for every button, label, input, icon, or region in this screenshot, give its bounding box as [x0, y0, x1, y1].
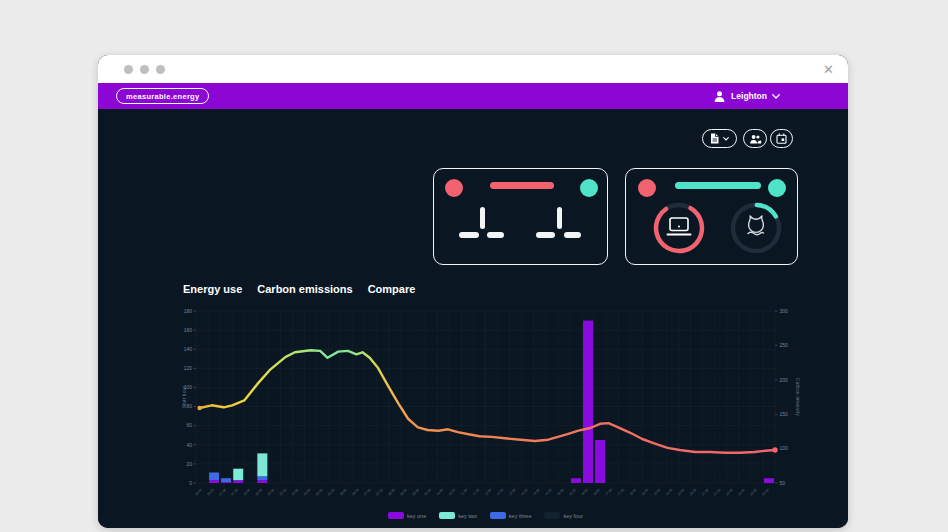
people-icon: [749, 134, 762, 144]
svg-text:15:30: 15:30: [568, 488, 577, 497]
legend-swatch: [388, 512, 404, 519]
svg-text:16:30: 16:30: [592, 488, 601, 497]
svg-text:04:30: 04:30: [303, 488, 312, 497]
calendar-button[interactable]: [770, 129, 793, 148]
svg-text:09:30: 09:30: [423, 488, 432, 497]
legend-item[interactable]: key three: [490, 512, 532, 519]
svg-text:13:00: 13:00: [508, 488, 517, 497]
dashboard-content: Energy use Carbon emissions Compare 0204…: [98, 109, 848, 528]
svg-text:80: 80: [186, 403, 192, 409]
svg-text:11:30: 11:30: [472, 488, 480, 496]
svg-text:250: 250: [780, 342, 789, 348]
svg-text:22:00: 22:00: [725, 488, 734, 497]
legend-label: key one: [407, 513, 426, 519]
tab-energy-use[interactable]: Energy use: [183, 283, 242, 295]
desktop-background: ✕ measurable.energy Leighton: [0, 0, 948, 532]
status-dot-teal: [580, 179, 598, 197]
svg-text:Watt hour: Watt hour: [182, 386, 187, 409]
skeleton-bar: [459, 232, 479, 238]
svg-text:21:30: 21:30: [713, 488, 722, 497]
svg-text:17:00: 17:00: [604, 488, 613, 497]
users-button[interactable]: [743, 129, 767, 148]
svg-text:04:00: 04:00: [291, 488, 300, 497]
legend-swatch: [439, 512, 455, 519]
tab-carbon-emissions[interactable]: Carbon emissions: [257, 283, 352, 295]
energy-gauge: [651, 200, 707, 256]
svg-text:14:30: 14:30: [544, 488, 553, 497]
svg-text:160: 160: [184, 327, 193, 333]
svg-text:12:30: 12:30: [496, 488, 505, 497]
summary-card-loading: [433, 168, 608, 265]
status-dot-teal: [768, 179, 786, 197]
legend-label: key three: [509, 513, 532, 519]
svg-text:00:00: 00:00: [194, 488, 203, 497]
skeleton-bar: [564, 232, 581, 238]
calendar-icon: [776, 133, 787, 144]
svg-text:300: 300: [780, 308, 789, 314]
svg-text:200: 200: [780, 377, 789, 383]
window-dot-icon[interactable]: [140, 65, 149, 74]
svg-text:19:30: 19:30: [665, 488, 674, 497]
energy-carbon-chart[interactable]: 0204060801001201401601805010015020025030…: [180, 303, 812, 528]
legend-swatch: [490, 512, 506, 519]
skeleton-bar: [536, 232, 555, 238]
close-icon[interactable]: ✕: [823, 63, 834, 76]
svg-text:15:00: 15:00: [556, 488, 565, 497]
user-name: Leighton: [731, 91, 767, 101]
svg-text:05:30: 05:30: [327, 488, 336, 497]
svg-text:06:00: 06:00: [339, 488, 348, 497]
svg-text:02:00: 02:00: [243, 488, 252, 497]
svg-text:13:30: 13:30: [520, 488, 529, 497]
app-window: ✕ measurable.energy Leighton: [98, 55, 848, 528]
svg-text:06:30: 06:30: [351, 488, 360, 497]
legend-item[interactable]: key four: [544, 512, 583, 519]
svg-text:14:00: 14:00: [532, 488, 541, 497]
svg-text:20: 20: [186, 461, 192, 467]
svg-text:01:30: 01:30: [230, 488, 239, 497]
window-dot-icon[interactable]: [156, 65, 165, 74]
svg-text:0: 0: [189, 480, 192, 486]
svg-text:100: 100: [780, 445, 789, 451]
svg-text:23:30: 23:30: [761, 488, 770, 497]
svg-text:22:30: 22:30: [737, 488, 746, 497]
legend-item[interactable]: key two: [439, 512, 477, 519]
svg-text:20:00: 20:00: [677, 488, 686, 497]
svg-text:10:30: 10:30: [448, 488, 457, 497]
tab-compare[interactable]: Compare: [368, 283, 416, 295]
svg-text:12:00: 12:00: [484, 488, 493, 497]
svg-text:120: 120: [184, 365, 193, 371]
legend-item[interactable]: key one: [388, 512, 426, 519]
chart-tabs: Energy use Carbon emissions Compare: [183, 283, 415, 295]
svg-text:20:30: 20:30: [689, 488, 698, 497]
brand-logo[interactable]: measurable.energy: [116, 88, 209, 104]
chart-legend: key one key two key three key four: [196, 512, 775, 519]
svg-text:10:00: 10:00: [436, 488, 445, 497]
summary-card-gauges: [625, 168, 798, 265]
svg-text:Carbon intensity: Carbon intensity: [795, 378, 800, 416]
carbon-gauge: [728, 200, 784, 256]
svg-text:16:00: 16:00: [580, 488, 589, 497]
laptop-icon: [668, 218, 691, 235]
skeleton-bar: [557, 207, 562, 229]
flame-icon: [748, 216, 764, 235]
status-dot-red: [445, 179, 463, 197]
legend-label: key four: [563, 513, 583, 519]
svg-text:19:00: 19:00: [653, 488, 662, 497]
svg-text:11:00: 11:00: [460, 488, 468, 496]
chevron-down-icon: [772, 94, 780, 99]
svg-text:180: 180: [184, 308, 193, 314]
svg-text:02:30: 02:30: [255, 488, 264, 497]
svg-text:09:00: 09:00: [411, 488, 420, 497]
app-header: measurable.energy Leighton: [98, 83, 848, 109]
svg-text:07:00: 07:00: [363, 488, 372, 497]
export-button[interactable]: [702, 129, 737, 148]
svg-text:150: 150: [780, 411, 789, 417]
svg-text:00:30: 00:30: [206, 488, 215, 497]
legend-swatch: [544, 512, 560, 519]
user-menu[interactable]: Leighton: [713, 83, 780, 109]
svg-text:01:00: 01:00: [218, 488, 227, 497]
window-dot-icon[interactable]: [124, 65, 133, 74]
svg-text:23:00: 23:00: [749, 488, 758, 497]
svg-text:50: 50: [780, 480, 786, 486]
user-icon: [713, 90, 726, 103]
